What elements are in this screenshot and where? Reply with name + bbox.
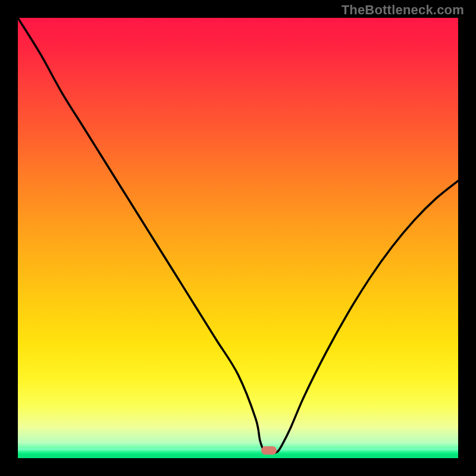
optimal-marker (261, 446, 277, 455)
watermark-text: TheBottleneck.com (342, 2, 464, 18)
bottleneck-curve (18, 18, 458, 458)
chart-stage: TheBottleneck.com (0, 0, 476, 476)
